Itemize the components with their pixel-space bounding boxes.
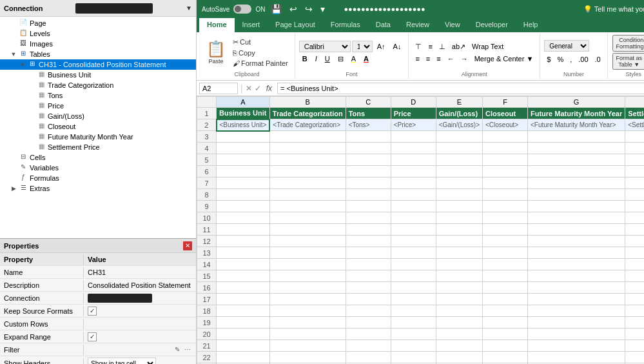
cell-empty[interactable]: [269, 131, 346, 143]
cell-d2[interactable]: <Price>: [391, 119, 436, 131]
cell-empty[interactable]: [269, 143, 346, 154]
cell-empty[interactable]: [436, 282, 482, 294]
cell-e1[interactable]: Gain/(Loss): [436, 108, 482, 119]
cell-empty[interactable]: [217, 166, 270, 177]
cell-empty[interactable]: [217, 154, 270, 166]
tab-developer[interactable]: Developer: [468, 18, 516, 32]
cell-empty[interactable]: [436, 352, 482, 363]
cell-empty[interactable]: [269, 189, 346, 201]
cell-a1[interactable]: Business Unit: [217, 108, 270, 119]
cell-empty[interactable]: [483, 224, 528, 236]
merge-center-button[interactable]: Merge & Center ▼: [472, 54, 536, 64]
keep-source-checkbox[interactable]: [88, 307, 97, 316]
cell-empty[interactable]: [483, 305, 528, 317]
cell-empty[interactable]: [625, 329, 644, 340]
sidebar-item-trade-cat[interactable]: ▦ Trade Categorization: [0, 80, 196, 90]
cell-empty[interactable]: [269, 305, 346, 317]
cell-empty[interactable]: [436, 294, 482, 305]
align-right-button[interactable]: ≡: [434, 54, 443, 64]
cell-empty[interactable]: [483, 201, 528, 212]
tell-me-text[interactable]: Tell me what you want to do: [594, 5, 644, 13]
cell-empty[interactable]: [483, 212, 528, 224]
cell-empty[interactable]: [483, 143, 528, 154]
cell-empty[interactable]: [625, 294, 644, 305]
cell-empty[interactable]: [483, 177, 528, 189]
cell-empty[interactable]: [528, 166, 625, 177]
sidebar-item-page[interactable]: 📄 Page: [0, 18, 196, 28]
cell-empty[interactable]: [346, 282, 391, 294]
cell-empty[interactable]: [436, 177, 482, 189]
cell-empty[interactable]: [625, 270, 644, 282]
cell-empty[interactable]: [528, 236, 625, 247]
cell-empty[interactable]: [391, 270, 436, 282]
cell-empty[interactable]: [269, 247, 346, 259]
autosave-toggle[interactable]: [233, 5, 251, 14]
cell-empty[interactable]: [528, 352, 625, 363]
cell-empty[interactable]: [346, 259, 391, 270]
fill-color-button[interactable]: A: [348, 54, 359, 64]
cell-empty[interactable]: [269, 212, 346, 224]
cell-empty[interactable]: [217, 317, 270, 329]
cell-empty[interactable]: [217, 305, 270, 317]
tab-page-layout[interactable]: Page Layout: [268, 18, 323, 32]
show-headers-select[interactable]: Show in tag cell Show above range Hide: [88, 358, 156, 364]
sidebar-item-images[interactable]: 🖼 Images: [0, 39, 196, 49]
cell-empty[interactable]: [269, 177, 346, 189]
sidebar-item-cells[interactable]: ⊟ Cells: [0, 152, 196, 163]
tab-home[interactable]: Home: [199, 18, 235, 32]
cell-empty[interactable]: [528, 177, 625, 189]
cell-empty[interactable]: [483, 154, 528, 166]
cell-empty[interactable]: [269, 154, 346, 166]
properties-close-button[interactable]: ✕: [183, 241, 192, 250]
cell-empty[interactable]: [625, 352, 644, 363]
cell-empty[interactable]: [436, 247, 482, 259]
cell-reference-input[interactable]: [199, 83, 238, 94]
cell-empty[interactable]: [217, 329, 270, 340]
cell-empty[interactable]: [436, 189, 482, 201]
font-shrink-button[interactable]: A↓: [390, 41, 405, 52]
col-header-f[interactable]: F: [483, 97, 528, 108]
cell-empty[interactable]: [625, 259, 644, 270]
cell-h1[interactable]: Settlement Price: [625, 108, 644, 119]
indent-increase-button[interactable]: →: [458, 54, 471, 64]
sidebar-item-formulas[interactable]: ƒ Formulas: [0, 173, 196, 183]
percent-button[interactable]: %: [554, 54, 566, 65]
cell-empty[interactable]: [625, 154, 644, 166]
cell-empty[interactable]: [391, 154, 436, 166]
save-button[interactable]: 💾: [269, 3, 284, 15]
cell-empty[interactable]: [483, 166, 528, 177]
cell-h2[interactable]: <Settlement Price>: [625, 119, 644, 131]
cell-empty[interactable]: [346, 294, 391, 305]
cell-g1[interactable]: Future Maturity Month Year: [528, 108, 625, 119]
cell-empty[interactable]: [436, 154, 482, 166]
cell-empty[interactable]: [528, 131, 625, 143]
cell-empty[interactable]: [483, 270, 528, 282]
cell-empty[interactable]: [528, 294, 625, 305]
cell-empty[interactable]: [391, 259, 436, 270]
cell-empty[interactable]: [625, 143, 644, 154]
more-commands-button[interactable]: ▾: [318, 3, 327, 15]
orient-button[interactable]: ab↗: [449, 41, 468, 52]
cell-empty[interactable]: [625, 282, 644, 294]
comma-button[interactable]: ,: [567, 54, 574, 65]
cell-empty[interactable]: [346, 352, 391, 363]
redo-button[interactable]: ↪: [303, 3, 315, 15]
cell-empty[interactable]: [528, 259, 625, 270]
cell-empty[interactable]: [217, 143, 270, 154]
copy-button[interactable]: ⎘ Copy: [230, 48, 291, 57]
cell-empty[interactable]: [483, 259, 528, 270]
cell-empty[interactable]: [436, 131, 482, 143]
cell-empty[interactable]: [436, 236, 482, 247]
cell-d1[interactable]: Price: [391, 108, 436, 119]
font-name-select[interactable]: Calibri: [299, 41, 351, 52]
cell-empty[interactable]: [391, 212, 436, 224]
number-format-select[interactable]: General: [544, 40, 589, 52]
cell-empty[interactable]: [391, 166, 436, 177]
cut-button[interactable]: ✂ Cut: [230, 37, 291, 47]
underline-button[interactable]: U: [322, 54, 333, 64]
cell-empty[interactable]: [269, 236, 346, 247]
cell-empty[interactable]: [269, 329, 346, 340]
col-header-e[interactable]: E: [436, 97, 482, 108]
filter-more-icon[interactable]: ⋯: [183, 345, 192, 354]
cell-empty[interactable]: [269, 352, 346, 363]
